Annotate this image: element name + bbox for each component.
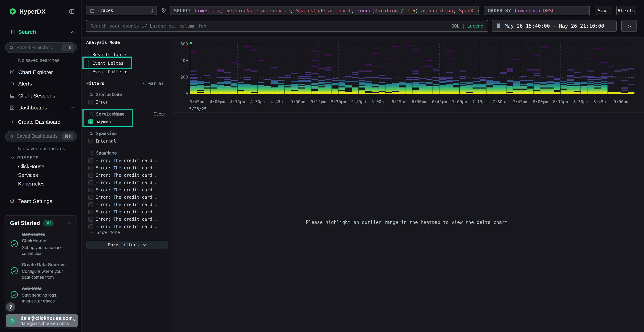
chevron-right-icon [72, 318, 76, 323]
order-by-editor[interactable]: ORDER BY Timestamp DESC [484, 6, 590, 16]
x-axis-tick-label: 6:00pm [371, 100, 386, 104]
clear-link[interactable]: Clear [154, 112, 166, 117]
filter-group-name: ServiceName [96, 112, 124, 117]
chevron-up-icon[interactable] [70, 105, 75, 110]
sidebar: HyperDX Search Saved Searches ⌘K No save… [0, 0, 82, 332]
checkbox[interactable] [88, 195, 93, 200]
chevron-up-icon[interactable] [68, 221, 72, 226]
date-range-picker[interactable]: May 26 15:40:00 - May 26 21:10:00 [492, 20, 617, 32]
run-query-button[interactable]: ▷ [621, 20, 637, 32]
x-axis-tick-label: 5:15pm [311, 100, 326, 104]
filter-group-spanname: SpanName Error: The credit card … Error:… [82, 149, 172, 230]
checkbox[interactable] [88, 158, 93, 163]
checkbox[interactable] [88, 166, 93, 170]
get-started-item[interactable]: Connect to ClickHouse Set up your databa… [5, 228, 76, 258]
clear-all-link[interactable]: Clear all [143, 81, 166, 86]
x-axis-tick-label: 7:00pm [452, 100, 467, 104]
x-axis-tick-label: 9:00pm [614, 100, 628, 104]
filter-option[interactable]: Error: The credit card … [82, 208, 172, 216]
search-icon[interactable] [89, 112, 94, 116]
filter-option[interactable]: Error: The credit card … [82, 157, 172, 164]
create-dashboard-button[interactable]: + Create Dashboard [0, 118, 82, 126]
checkbox[interactable] [88, 180, 93, 185]
checkbox[interactable] [88, 100, 93, 104]
sidebar-item-chart-explorer[interactable]: Chart Explorer [0, 68, 82, 76]
check-circle-icon [10, 261, 18, 280]
saved-searches-input[interactable]: Saved Searches ⌘K [5, 42, 77, 53]
search-icon[interactable] [89, 92, 94, 97]
get-started-item-title: Connect to ClickHouse [22, 231, 69, 244]
filter-option[interactable]: Error: The credit card … [82, 194, 172, 201]
sidebar-item-alerts[interactable]: Alerts [0, 80, 82, 88]
saved-dashboards-input[interactable]: Saved Dashboards ⌘K [5, 131, 77, 142]
sql-select-editor[interactable]: SELECT Timestamp, ServiceName as service… [170, 6, 479, 16]
checkbox[interactable] [88, 210, 93, 214]
duration-heatmap[interactable]: 0200400600 3:45pm4:00pm4:15pm4:30pm4:45p… [172, 38, 644, 113]
x-axis-tick-label: 8:00pm [533, 100, 548, 104]
checkbox[interactable] [88, 202, 93, 207]
user-menu[interactable]: D dale@clickhouse.com dale@clickhouse.co… [6, 314, 78, 327]
x-axis-tick-label: 5:00pm [290, 100, 305, 104]
search-icon[interactable] [89, 151, 94, 155]
checkbox[interactable] [88, 139, 93, 144]
filter-option[interactable]: Error: The credit card … [82, 172, 172, 179]
avatar: D [7, 316, 17, 326]
save-button[interactable]: Save [595, 6, 612, 16]
checkbox-checked[interactable] [88, 119, 93, 124]
sidebar-item-client-sessions[interactable]: Client Sessions [0, 92, 82, 100]
presets-toggle[interactable]: PRESETS [11, 155, 39, 160]
date-range-value: May 26 15:40:00 - May 26 21:10:00 [505, 23, 604, 29]
filter-option-label: Error: The credit card … [95, 166, 158, 170]
checkbox[interactable] [88, 173, 93, 178]
preset-dashboard-item[interactable]: Services [0, 171, 82, 180]
source-select[interactable]: Traces [86, 6, 157, 16]
get-started-item-title: Create Data Sources [22, 261, 69, 268]
preset-dashboard-item[interactable]: Kubernetes [0, 180, 82, 188]
filter-group-statuscode: StatusCode Error [82, 91, 172, 106]
filter-group-name: SpanKind [96, 131, 117, 136]
get-started-header[interactable]: Get Started 3/3 [5, 216, 76, 228]
help-button[interactable]: ? [6, 302, 15, 312]
preset-dashboard-item[interactable]: ClickHouse [0, 162, 82, 171]
filter-option[interactable]: Internal [82, 138, 172, 145]
x-axis-tick-label: 7:30pm [492, 100, 507, 104]
search-icon[interactable] [89, 132, 94, 136]
heatmap-canvas[interactable] [190, 43, 634, 94]
mode-event-deltas[interactable]: Event Deltas [82, 59, 172, 68]
filter-option[interactable]: Error: The credit card … [82, 201, 172, 208]
chevron-up-icon[interactable] [70, 30, 75, 34]
checkbox[interactable] [88, 188, 93, 192]
sidebar-item-search[interactable]: Search [0, 28, 82, 36]
filter-option[interactable]: Error: The credit card … [82, 223, 172, 230]
source-settings-gear-icon[interactable]: ⚙ [159, 5, 169, 16]
chevron-down-icon [142, 242, 147, 247]
sidebar-item-team-settings[interactable]: ⚙ Team Settings [0, 197, 82, 205]
checkbox[interactable] [88, 224, 93, 229]
checkbox[interactable] [88, 217, 93, 222]
get-started-item[interactable]: Add Data Start sending logs, metrics, or… [5, 282, 76, 306]
sidebar-item-label: Team Settings [18, 198, 52, 204]
language-toggle-separator: | [462, 24, 465, 28]
mode-results-table[interactable]: Results Table [82, 50, 172, 59]
language-toggle-sql[interactable]: SQL [451, 24, 460, 28]
filter-option[interactable]: Error: The credit card … [82, 216, 172, 223]
lucene-search-input[interactable]: Search your events w/ Lucene ex. column:… [86, 20, 488, 32]
sidebar-collapse-icon[interactable] [68, 8, 75, 15]
language-toggle-lucene[interactable]: Lucene [467, 24, 483, 28]
sidebar-item-dashboards[interactable]: Dashboards [0, 104, 82, 112]
y-axis-tick-label: 400 [172, 58, 188, 63]
show-more-link[interactable]: Show more [88, 229, 120, 236]
sql-token: ( [372, 8, 374, 14]
filter-option[interactable]: Error: The credit card … [82, 164, 172, 172]
filter-option[interactable]: payment [82, 118, 172, 125]
alerts-button[interactable]: Alerts [616, 6, 636, 16]
delta-chart-empty-message: Please highlight an outlier range in the… [172, 220, 644, 225]
filter-option[interactable]: Error: The credit card … [82, 186, 172, 194]
sql-token: , [351, 8, 357, 14]
mode-event-patterns[interactable]: Event Patterns [82, 68, 172, 76]
filter-option[interactable]: Error [82, 98, 172, 106]
sql-token: , [453, 8, 459, 14]
filter-option[interactable]: Error: The credit card … [82, 179, 172, 186]
more-filters-button[interactable]: More filters [86, 241, 168, 249]
get-started-item[interactable]: Create Data Sources Configure where your… [5, 258, 76, 282]
